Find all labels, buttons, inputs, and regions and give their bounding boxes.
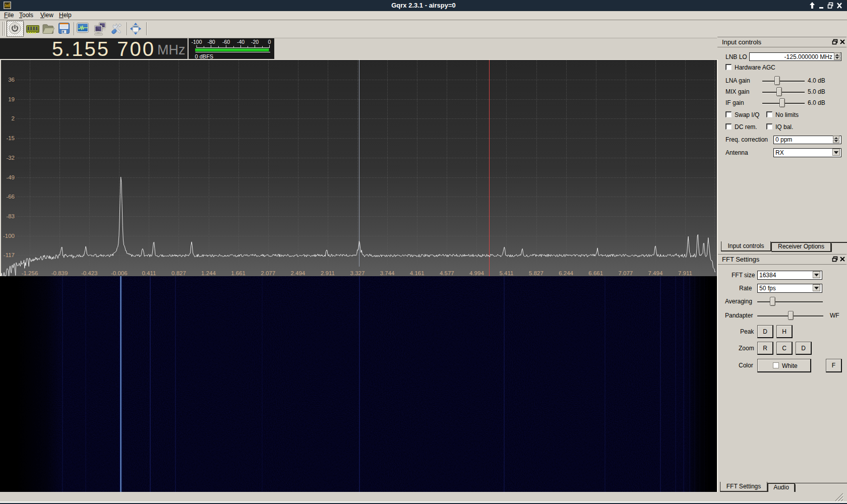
svg-text:-66: -66 [6, 194, 15, 200]
svg-text:-83: -83 [6, 213, 15, 219]
svg-text:2.077: 2.077 [261, 270, 275, 276]
svg-text:6.661: 6.661 [588, 270, 603, 276]
svg-text:7.494: 7.494 [648, 270, 663, 276]
svg-text:0.411: 0.411 [142, 270, 156, 276]
svg-text:-1.256: -1.256 [22, 270, 38, 276]
svg-text:3.327: 3.327 [350, 270, 365, 276]
svg-text:-20: -20 [251, 39, 259, 45]
svg-text:-100: -100 [191, 39, 202, 45]
svg-text:0 dBFS: 0 dBFS [195, 53, 214, 59]
svg-text:0: 0 [268, 39, 271, 45]
svg-text:-40: -40 [237, 39, 245, 45]
svg-text:2.911: 2.911 [321, 270, 335, 276]
svg-text:1.661: 1.661 [231, 270, 246, 276]
svg-text:4.161: 4.161 [410, 270, 425, 276]
svg-text:-117: -117 [4, 252, 15, 258]
svg-text:3.744: 3.744 [380, 270, 395, 276]
svg-text:-49: -49 [6, 174, 15, 180]
svg-text:-100: -100 [3, 233, 15, 239]
svg-text:2.494: 2.494 [290, 270, 305, 276]
svg-text:4.994: 4.994 [469, 270, 484, 276]
svg-text:-0.006: -0.006 [111, 270, 128, 276]
svg-text:1.244: 1.244 [201, 270, 216, 276]
svg-text:-32: -32 [6, 155, 15, 161]
svg-text:-60: -60 [222, 39, 230, 45]
svg-text:6.244: 6.244 [559, 270, 573, 276]
svg-text:5.411: 5.411 [499, 270, 513, 276]
svg-text:4.577: 4.577 [440, 270, 454, 276]
svg-text:36: 36 [8, 77, 15, 83]
svg-text:-0.423: -0.423 [81, 270, 98, 276]
svg-text:7.911: 7.911 [678, 270, 692, 276]
svg-text:19: 19 [8, 96, 15, 102]
svg-text:-15: -15 [6, 135, 15, 141]
svg-text:2: 2 [12, 115, 15, 121]
svg-text:5.827: 5.827 [529, 270, 543, 276]
svg-text:-0.839: -0.839 [51, 270, 68, 276]
svg-text:7.077: 7.077 [618, 270, 633, 276]
svg-text:0.827: 0.827 [171, 270, 186, 276]
svg-text:-80: -80 [207, 39, 215, 45]
